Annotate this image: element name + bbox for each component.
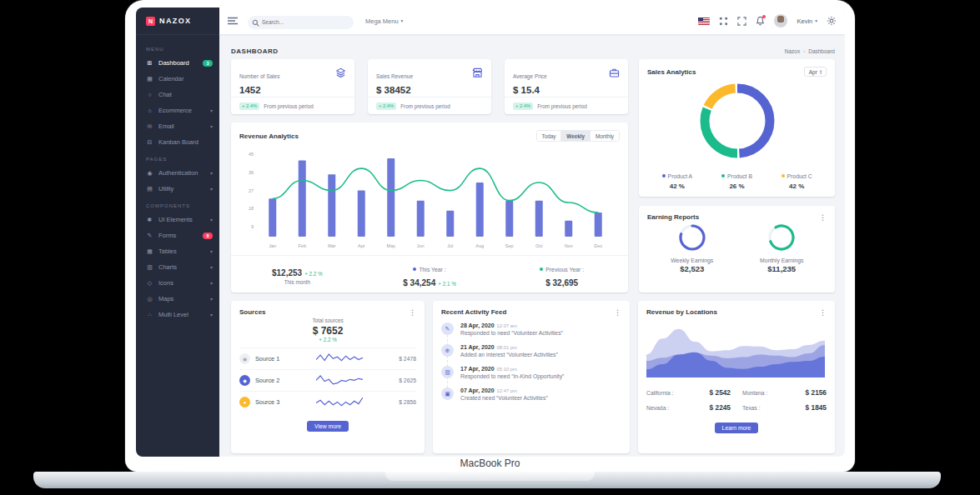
card-title: Earning Reports (647, 213, 699, 221)
logo-icon: N (146, 17, 155, 26)
legend-dot (662, 174, 666, 178)
stat-cards-row: Number of Sales1452+ 2.4%From previous p… (231, 59, 628, 114)
user-menu[interactable]: Kevin (797, 18, 817, 25)
chevron-down-icon: ▾ (210, 217, 213, 222)
chevron-down-icon: ▾ (210, 170, 213, 176)
activity-body: 17 Apr, 202005:10 pmResponded to need “I… (460, 366, 564, 379)
earning-gauge-weekly-earnings: Weekly Earnings$2,523 (651, 222, 734, 273)
activity-item: ▣07 Apr, 202012:47 pmCreated need “Volun… (441, 388, 621, 401)
laptop-screen: N NAZOX MENU⊞Dashboard3▦Calendar○Chat⌂Ec… (125, 0, 855, 472)
card-title: Recent Activity Feed (441, 308, 506, 316)
sidebar-item-chat[interactable]: ○Chat (136, 87, 219, 102)
multi-icon: ∴ (146, 312, 153, 318)
source-row-source-1[interactable]: ◉Source 1$ 2478 (239, 348, 416, 369)
sidebar-item-label: Calendar (158, 75, 183, 82)
sidebar-item-label: Chat (158, 91, 172, 98)
sidebar-item-email[interactable]: ✉Email▾ (136, 118, 219, 134)
period-select[interactable]: Apr (804, 67, 827, 77)
delta-badge: + 2.4% (239, 102, 259, 110)
sidebar-item-calendar[interactable]: ▦Calendar (136, 71, 219, 87)
sidebar-item-label: Kanban Board (158, 138, 199, 146)
source-icon: ◉ (239, 353, 250, 364)
location-value: $ 1845 (806, 403, 827, 412)
logo[interactable]: N NAZOX (136, 8, 219, 35)
activity-text: Responded to need “In-Kind Opportunity” (460, 373, 564, 379)
tab-today[interactable]: Today (537, 131, 562, 141)
kebab-menu-icon[interactable] (819, 309, 827, 316)
menu-toggle-icon[interactable] (228, 17, 238, 25)
location-stat-texas-: Texas :$ 1845 (742, 403, 827, 412)
chevron-down-icon: ▾ (210, 186, 213, 192)
chevron-down-icon: ▾ (210, 108, 213, 113)
notifications-bell-icon[interactable] (756, 16, 765, 26)
svg-text:Jan: Jan (269, 243, 276, 248)
source-name: Source 1 (255, 355, 290, 362)
sidebar-item-utility[interactable]: ▤Utility▾ (136, 181, 219, 197)
stat-card-sales-revenue: Sales Revenue$ 38452+ 2.4%From previous … (368, 59, 491, 114)
recent-activity-card: Recent Activity Feed ✎28 Apr, 202012:07 … (433, 301, 630, 453)
kebab-menu-icon[interactable] (819, 214, 827, 221)
sources-card: Sources Total sources $ 7652 + 2.2 % ◉So… (231, 301, 425, 453)
breadcrumb-separator: › (803, 48, 805, 53)
notification-dot (762, 15, 766, 18)
view-more-button[interactable]: View more (307, 421, 349, 432)
stat-note: From previous period (537, 103, 587, 109)
location-stat-montana-: Montana :$ 2156 (742, 388, 827, 397)
source-row-source-2[interactable]: ◆Source 2$ 2625 (239, 369, 416, 391)
language-flag-icon[interactable] (698, 18, 710, 25)
location-stats: California :$ 2542Montana :$ 2156Nevada … (646, 388, 827, 412)
sidebar-item-ui-elements[interactable]: ✱UI Elements▾ (136, 212, 219, 228)
learn-more-button[interactable]: Learn more (715, 422, 759, 433)
svg-text:Aug: Aug (475, 243, 484, 248)
sidebar-item-ecommerce[interactable]: ⌂Ecommerce▾ (136, 102, 219, 118)
source-amount: $ 2478 (388, 356, 416, 362)
sidebar-item-label: Email (158, 122, 174, 130)
legend-label: Product A (668, 173, 692, 179)
source-sparkline (295, 352, 383, 366)
month-total: $12,253 (272, 268, 302, 278)
search-input[interactable] (248, 16, 354, 29)
sidebar-item-kanban-board[interactable]: ⊟Kanban Board (136, 134, 219, 150)
activity-body: 28 Apr, 202012:07 amResponded to need “V… (460, 322, 563, 336)
source-row-source-3[interactable]: ●Source 3$ 2856 (239, 391, 416, 412)
sidebar-item-icons[interactable]: ◇Icons▾ (136, 275, 219, 291)
tab-weekly[interactable]: Weekly (561, 131, 591, 141)
kebab-menu-icon[interactable] (409, 309, 416, 316)
source-icon: ● (239, 397, 250, 408)
chevron-down-icon: ▾ (210, 296, 213, 302)
sidebar-item-maps[interactable]: ◎Maps▾ (136, 291, 219, 307)
sidebar-item-label: Authentication (158, 169, 199, 177)
sidebar-item-charts[interactable]: ▥Charts▾ (136, 259, 219, 275)
legend-dot (721, 174, 725, 178)
total-sources-value: $ 7652 (239, 325, 416, 337)
location-label: Montana : (742, 390, 767, 396)
activity-text: Responded to need “Volunteer Activities” (460, 330, 563, 336)
sidebar-item-forms[interactable]: ✎Forms8 (136, 228, 219, 243)
source-name: Source 2 (255, 377, 290, 384)
sidebar-item-dashboard[interactable]: ⊞Dashboard3 (136, 55, 219, 71)
settings-gear-icon[interactable] (827, 16, 837, 26)
sales-analytics-card: Sales Analytics Apr Product A42 %Product… (639, 59, 835, 197)
sidebar-item-tables[interactable]: ▦Tables▾ (136, 243, 219, 259)
card-title: Revenue by Locations (646, 308, 717, 316)
dashboard-icon: ⊞ (146, 60, 153, 67)
apps-grid-icon[interactable] (719, 17, 728, 26)
breadcrumb-root[interactable]: Nazox (785, 48, 800, 54)
svg-text:Jul: Jul (447, 243, 453, 248)
stat-title: Average Price (513, 73, 547, 79)
stat-card-number-of-sales: Number of Sales1452+ 2.4%From previous p… (231, 59, 354, 114)
laptop-base (33, 472, 941, 488)
kebab-menu-icon[interactable] (614, 309, 621, 316)
fullscreen-icon[interactable] (737, 17, 746, 26)
mega-menu-button[interactable]: Mega Menu (365, 18, 403, 25)
chat-icon: ○ (146, 92, 153, 98)
sidebar: N NAZOX MENU⊞Dashboard3▦Calendar○Chat⌂Ec… (136, 8, 219, 457)
stat-title: Sales Revenue (376, 73, 413, 79)
sidebar-item-authentication[interactable]: ◉Authentication▾ (136, 165, 219, 181)
sidebar-badge: 3 (203, 60, 213, 67)
sidebar-item-multi-level[interactable]: ∴Multi Level▾ (136, 307, 219, 322)
sales-donut-chart (647, 79, 827, 162)
tab-monthly[interactable]: Monthly (591, 131, 619, 141)
avatar[interactable] (774, 14, 787, 28)
sidebar-badge: 8 (203, 232, 213, 239)
